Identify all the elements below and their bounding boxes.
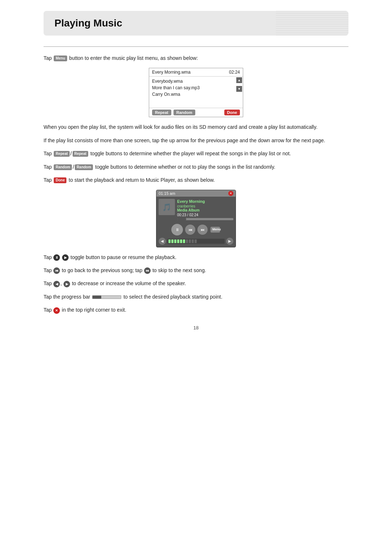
player-screenshot: 01:15 am ✕ 🎵 Every Morning cranberries M…: [44, 190, 348, 247]
prev-button[interactable]: ⏮: [185, 225, 195, 235]
close-icon: ✕: [53, 307, 60, 314]
inst2-pre: Tap: [44, 267, 53, 273]
paragraph-3: Tap Repeat/Repeat toggle buttons to dete…: [44, 149, 348, 157]
p1-text: When you open the play list, the system …: [44, 124, 318, 130]
inst5-post: in the top right corner to exit.: [62, 307, 126, 313]
volume-down-button[interactable]: ◀: [159, 238, 166, 245]
song-title: Every Morning: [177, 199, 233, 204]
vol-seg-8: [189, 239, 191, 243]
p5-post: to start the playback and return to Musi…: [69, 177, 215, 183]
volume-up-button[interactable]: ▶: [226, 238, 233, 245]
done-button[interactable]: Done: [224, 110, 240, 115]
current-time: 00:23: [177, 213, 186, 217]
inst2-mid: to go back to the previous song; tap: [62, 267, 142, 273]
volume-bar[interactable]: [167, 239, 225, 244]
player-controls: ⏸ ⏮ ⏭ Menu: [156, 222, 236, 237]
intro-desc: button to enter the music play list menu…: [69, 55, 198, 61]
vol-seg-7: [186, 239, 188, 243]
playlist-scroll-arrows: ▲ ▼: [236, 77, 242, 92]
menu-ctrl-button[interactable]: Menu: [211, 227, 220, 233]
repeat-toggle-btn-1: Repeat: [54, 151, 69, 157]
vol-seg-3: [174, 239, 176, 243]
first-song-label: Every Morning.wma: [152, 70, 191, 75]
p4-post: toggle buttons to determine whether or n…: [95, 164, 275, 170]
inst5-pre: Tap: [44, 307, 53, 313]
vol-seg-1: [168, 239, 171, 243]
page-number: 18: [44, 325, 348, 331]
instruction-line-3: Tap ◀, ▶ to decrease or increase the vol…: [44, 279, 348, 287]
progress-fill: [177, 218, 186, 220]
paragraph-2: If the play list consists of more than o…: [44, 136, 348, 144]
page-title: Playing Music: [54, 17, 122, 29]
p5-pre: Tap: [44, 177, 52, 183]
random-toggle-btn-2: Random: [75, 164, 93, 170]
vol-seg-5: [180, 239, 182, 243]
scroll-down-arrow[interactable]: ▼: [236, 86, 242, 92]
inst4-post: to select the desired playback starting …: [123, 294, 222, 300]
vol-seg-10: [195, 239, 197, 243]
list-item: More than I can say.mp3: [152, 85, 240, 91]
instruction-line-4: Tap the progress bar to select the desir…: [44, 293, 348, 301]
inst2-post: to skip to the next song.: [152, 267, 206, 273]
player-close-button[interactable]: ✕: [228, 191, 233, 196]
random-toggle-btn-1: Random: [54, 164, 72, 170]
p2-text: If the play list consists of more than o…: [44, 138, 325, 143]
scroll-up-arrow[interactable]: ▲: [236, 77, 242, 83]
title-section: Playing Music: [44, 11, 348, 36]
prev-icon: ⏮: [53, 267, 60, 274]
title-divider: [44, 46, 348, 47]
duration-label: 02:24: [229, 70, 240, 75]
repeat-button[interactable]: Repeat: [152, 110, 171, 115]
list-item: Everybody.wma: [152, 78, 240, 85]
total-time: 02:24: [189, 213, 198, 217]
playlist-footer: Repeat Random Done: [149, 108, 243, 117]
next-icon: ⏭: [144, 267, 151, 274]
paragraph-5: Tap Done to start the playback and retur…: [44, 176, 348, 184]
intro-block: Tap Menu button to enter the music play …: [44, 54, 348, 62]
vol-seg-9: [192, 239, 194, 243]
play-icon: ▶: [62, 254, 69, 261]
player-body: 🎵 Every Morning cranberries Media Album …: [156, 197, 236, 222]
playlist-header: Every Morning.wma 02:24: [149, 68, 243, 77]
player-progress-bar[interactable]: [177, 218, 233, 220]
player-time-counter: 00:23 / 02:24: [177, 213, 233, 217]
player-info: Every Morning cranberries Media Album 00…: [177, 199, 233, 220]
repeat-toggle-btn-2: Repeat: [73, 151, 88, 157]
playlist-screenshot: Every Morning.wma 02:24 Everybody.wma Mo…: [44, 68, 348, 117]
player-volume-row: ◀ ▶: [156, 237, 236, 247]
vol-seg-2: [171, 239, 173, 243]
p3-post: toggle buttons to determine whether the …: [90, 151, 291, 156]
vol-seg-6: [183, 239, 185, 243]
vol-down-icon: ◀: [53, 281, 60, 287]
album-name: Media Album: [177, 208, 233, 212]
menu-button-image: Menu: [54, 56, 67, 61]
random-button[interactable]: Random: [173, 110, 195, 115]
player-box: 01:15 am ✕ 🎵 Every Morning cranberries M…: [156, 190, 236, 247]
player-time-display: 01:15 am: [159, 191, 175, 196]
paragraph-4: Tap Random/Random toggle buttons to dete…: [44, 163, 348, 171]
artist-name: cranberries: [177, 204, 233, 208]
inst1-post: toggle button to pause or resume the pla…: [70, 254, 176, 260]
album-art: 🎵: [159, 199, 175, 215]
inst4-pre: Tap the progress bar: [44, 294, 90, 300]
vol-seg-4: [177, 239, 179, 243]
pause-icon: ⏸: [53, 254, 60, 261]
done-inline-btn: Done: [54, 177, 66, 183]
next-button[interactable]: ⏭: [197, 225, 208, 235]
inst3-pre: Tap: [44, 280, 53, 286]
inst1-pre: Tap: [44, 254, 53, 260]
inst3-post: to decrease or increase the volume of th…: [72, 280, 186, 286]
progress-bar-icon: [92, 295, 121, 299]
vol-up-icon: ▶: [64, 281, 70, 287]
paragraph-1: When you open the play list, the system …: [44, 123, 348, 131]
pause-button[interactable]: ⏸: [171, 224, 183, 235]
p3-pre: Tap: [44, 151, 52, 156]
p4-pre: Tap: [44, 164, 52, 170]
instruction-line-5: Tap ✕ in the top right corner to exit.: [44, 306, 348, 314]
playlist-box: Every Morning.wma 02:24 Everybody.wma Mo…: [149, 68, 243, 117]
instruction-line-1: Tap ⏸ ▶ toggle button to pause or resume…: [44, 253, 348, 261]
player-titlebar: 01:15 am ✕: [156, 190, 236, 197]
list-item: Carry On.wma: [152, 91, 240, 98]
intro-tap-text: Tap: [44, 55, 52, 61]
playlist-items: Everybody.wma More than I can say.mp3 Ca…: [149, 77, 243, 108]
